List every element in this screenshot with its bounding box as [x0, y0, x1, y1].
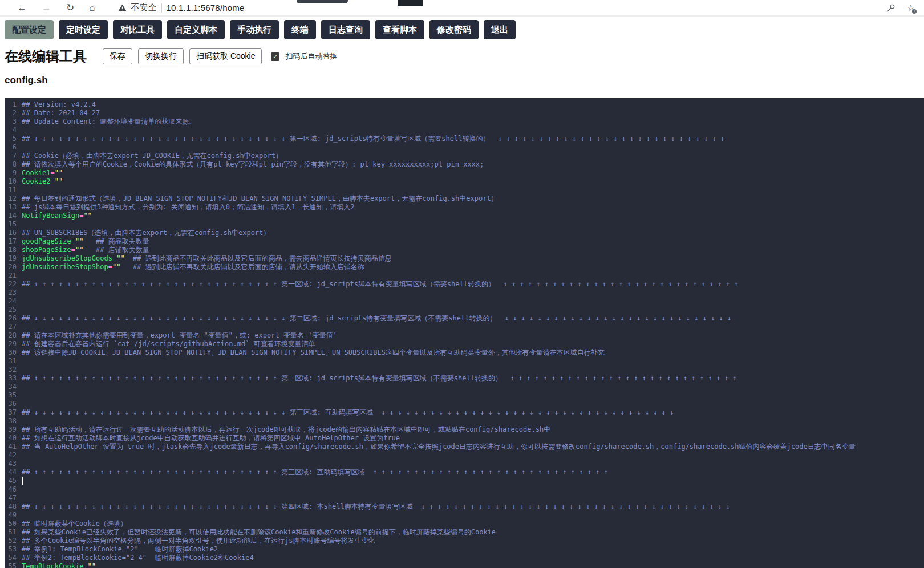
code-line: 30## 该链接中除JD_COOKIE、JD_BEAN_SIGN_STOP_NO… [5, 348, 924, 357]
line-number: 16 [5, 229, 22, 237]
back-icon[interactable]: ← [17, 3, 27, 13]
code-line: 19jdUnsubscribeStopGoods="" ## 遇到此商品不再取关… [5, 254, 924, 263]
line-number: 34 [5, 383, 22, 391]
line-number: 50 [5, 520, 22, 528]
code-line: 3## Update Content: 调整环境变量清单的获取来源。 [5, 117, 924, 126]
nav-item-terminal[interactable]: 终端 [284, 20, 316, 39]
line-number: 20 [5, 263, 22, 271]
code-line: 47 [5, 494, 924, 502]
auto-replace-label: 扫码后自动替换 [285, 51, 337, 62]
code-line: 26## ↓ ↓ ↓ ↓ ↓ ↓ ↓ ↓ ↓ ↓ ↓ ↓ ↓ ↓ ↓ ↓ ↓ ↓… [5, 314, 924, 323]
line-number: 23 [5, 289, 22, 297]
line-number: 13 [5, 203, 22, 212]
code-text: ## 临时屏蔽某个Cookie（选填） [22, 520, 127, 528]
page-url[interactable]: 10.1.1.1:5678/home [167, 3, 245, 13]
code-line: 42 [5, 451, 924, 460]
code-line: 25 [5, 306, 924, 314]
code-text: jdUnsubscribeStopGoods="" ## 遇到此商品不再取关此商… [22, 254, 392, 263]
line-number: 27 [5, 323, 22, 331]
nav-item-log-query[interactable]: 日志查询 [321, 20, 370, 39]
code-editor[interactable]: 1## Version: v4.2.42## Date: 2021-04-273… [5, 98, 924, 568]
code-text: ## 该链接中除JD_COOKIE、JD_BEAN_SIGN_STOP_NOTI… [22, 348, 605, 357]
code-text: ## 举例1: TempBlockCookie="2" 临时屏蔽掉Cookie2 [22, 545, 218, 554]
code-line: 6 [5, 143, 924, 152]
code-line: 11 [5, 186, 924, 194]
code-line: 41## 当 AutoHelpOther 设置为 true 时，jtask会先导… [5, 443, 924, 451]
nav-item-view-script[interactable]: 查看脚本 [375, 20, 424, 39]
code-line: 16## UN_SUBSCRIBES（选填，由脚本去export，无需在conf… [5, 229, 924, 237]
save-button[interactable]: 保存 [103, 48, 132, 64]
code-text: ## 举例2: TempBlockCookie="2 4" 临时屏蔽掉Cooki… [22, 554, 254, 562]
line-number: 10 [5, 177, 22, 186]
forward-icon[interactable]: → [42, 3, 51, 13]
home-icon[interactable]: ⌂ [89, 3, 95, 13]
nav-item-custom-script[interactable]: 自定义脚本 [167, 20, 225, 39]
nav-item-logout[interactable]: 退出 [484, 20, 516, 39]
line-number: 54 [5, 554, 22, 562]
code-line: 32 [5, 366, 924, 374]
line-number: 4 [5, 126, 22, 135]
code-text: NotifyBeanSign="" [22, 212, 92, 220]
line-number: 6 [5, 143, 22, 152]
star-plus-badge: + [912, 9, 917, 14]
scan-cookie-button[interactable]: 扫码获取 Cookie [189, 48, 262, 64]
favorites-star-icon[interactable]: ☆+ [907, 3, 915, 13]
code-line: 31 [5, 357, 924, 366]
browser-tab-fragment-2 [398, 0, 423, 6]
code-line: 33## ↑ ↑ ↑ ↑ ↑ ↑ ↑ ↑ ↑ ↑ ↑ ↑ ↑ ↑ ↑ ↑ ↑ ↑… [5, 374, 924, 383]
code-line: 14NotifyBeanSign="" [5, 212, 924, 220]
line-number: 22 [5, 280, 22, 289]
password-key-icon[interactable] [886, 3, 895, 13]
code-text: ## Version: v4.2.4 [22, 100, 96, 109]
line-number: 41 [5, 443, 22, 451]
line-number: 12 [5, 194, 22, 203]
line-number: 3 [5, 117, 22, 126]
line-number: 17 [5, 237, 22, 246]
code-text: jdUnsubscribeStopShop="" ## 遇到此店铺不再取关此店铺… [22, 263, 364, 271]
auto-replace-checkbox[interactable]: ✓ [271, 52, 279, 61]
code-text: ## 每日签到的通知形式（选填，JD_BEAN_SIGN_STOP_NOTIFY… [22, 194, 498, 203]
line-number: 19 [5, 254, 22, 263]
line-number: 51 [5, 528, 22, 537]
address-separator [161, 3, 162, 13]
nav-item-config[interactable]: 配置设定 [5, 20, 54, 39]
line-number: 52 [5, 537, 22, 545]
code-line: 37## ↓ ↓ ↓ ↓ ↓ ↓ ↓ ↓ ↓ ↓ ↓ ↓ ↓ ↓ ↓ ↓ ↓ ↓… [5, 408, 924, 417]
code-line: 50## 临时屏蔽某个Cookie（选填） [5, 520, 924, 528]
line-number: 28 [5, 331, 22, 340]
line-number: 21 [5, 271, 22, 280]
reload-icon[interactable]: ↻ [66, 3, 74, 13]
code-text: ## ↓ ↓ ↓ ↓ ↓ ↓ ↓ ↓ ↓ ↓ ↓ ↓ ↓ ↓ ↓ ↓ ↓ ↓ ↓… [22, 502, 734, 511]
nav-item-diff-tool[interactable]: 对比工具 [113, 20, 162, 39]
page-title: 在线编辑工具 [5, 47, 87, 66]
code-line: 43 [5, 460, 924, 468]
toggle-wrap-button[interactable]: 切换换行 [138, 48, 184, 64]
code-line: 44## ↑ ↑ ↑ ↑ ↑ ↑ ↑ ↑ ↑ ↑ ↑ ↑ ↑ ↑ ↑ ↑ ↑ ↑… [5, 468, 924, 477]
line-number: 49 [5, 511, 22, 520]
code-line: 21 [5, 271, 924, 280]
nav-item-change-password[interactable]: 修改密码 [429, 20, 479, 39]
editor-toolbar: 在线编辑工具 保存 切换换行 扫码获取 Cookie ✓ 扫码后自动替换 [0, 42, 924, 66]
nav-item-manual-run[interactable]: 手动执行 [230, 20, 279, 39]
line-number: 32 [5, 366, 22, 374]
code-line: 38 [5, 417, 924, 425]
code-text: ## 请依次填入每个用户的Cookie，Cookie的具体形式（只有pt_key… [22, 160, 484, 169]
code-line: 27 [5, 323, 924, 331]
code-text: ## Update Content: 调整环境变量清单的获取来源。 [22, 117, 196, 126]
code-line: 22## ↑ ↑ ↑ ↑ ↑ ↑ ↑ ↑ ↑ ↑ ↑ ↑ ↑ ↑ ↑ ↑ ↑ ↑… [5, 280, 924, 289]
code-line: 20jdUnsubscribeStopShop="" ## 遇到此店铺不再取关此… [5, 263, 924, 271]
code-line: 45 [5, 477, 924, 485]
code-text: ## 当 AutoHelpOther 设置为 true 时，jtask会先导入j… [22, 443, 856, 451]
code-line: 40## 如想在运行互助活动脚本时直接从jcode中自动获取互助码并进行互助，请… [5, 434, 924, 443]
code-text: TempBlockCookie="" [22, 562, 96, 568]
nav-item-schedule[interactable]: 定时设定 [59, 20, 108, 39]
code-line: 34 [5, 383, 924, 391]
line-number: 43 [5, 460, 22, 468]
code-line: 51## 如果某些Cookie已经失效了，但暂时还没法更新，可以使用此功能在不删… [5, 528, 924, 537]
code-text: ## ↓ ↓ ↓ ↓ ↓ ↓ ↓ ↓ ↓ ↓ ↓ ↓ ↓ ↓ ↓ ↓ ↓ ↓ ↓… [22, 408, 678, 417]
code-line: 8## 请依次填入每个用户的Cookie，Cookie的具体形式（只有pt_ke… [5, 160, 924, 169]
address-bar[interactable]: 不安全 10.1.1.1:5678/home [118, 2, 245, 13]
code-text [22, 477, 23, 485]
code-text: ## 多个Cookie编号以半角的空格分隔，两侧一对半角双引号，使用此功能后，在… [22, 537, 375, 545]
code-line: 4 [5, 126, 924, 135]
